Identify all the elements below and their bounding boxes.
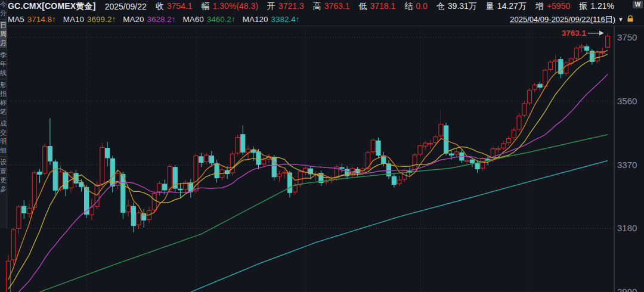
sidebar-item[interactable]: 周 <box>0 30 7 39</box>
stat-label: 结 <box>404 1 413 12</box>
svg-text:2990: 2990 <box>617 287 637 292</box>
ma-label: MA20 <box>123 15 144 24</box>
sidebar-item[interactable]: 笔 <box>0 107 7 116</box>
ma-item-MA120[interactable]: MA1203382.4↑ <box>243 15 300 24</box>
stat-label: 振 <box>579 1 587 12</box>
stat-label: 增 <box>535 1 544 12</box>
stat-label: 高 <box>313 1 321 12</box>
date-range-label[interactable]: 2025/04/09-2025/09/22(116日) <box>510 14 615 25</box>
sidebar-separator <box>0 117 7 118</box>
ma-label: MA120 <box>243 15 268 24</box>
ma-value: 3382.4↑ <box>271 15 300 24</box>
ma-label: MA60 <box>182 15 203 24</box>
stat-value: 0.0 <box>416 1 427 12</box>
stat-value: 14.27万 <box>497 1 527 12</box>
sidebar-item[interactable]: 多 <box>0 185 7 194</box>
lock-icon[interactable] <box>627 14 634 20</box>
stat-value: 3754.1 <box>167 1 193 12</box>
stat-label: 幅 <box>202 1 210 12</box>
sidebar-separator <box>0 49 7 49</box>
stat-value: 1.21% <box>590 1 614 12</box>
watermark-w: W <box>633 1 643 8</box>
ma-item-MA20[interactable]: MA203628.2↑ <box>123 15 175 24</box>
sidebar-item[interactable]: 线 <box>0 69 7 77</box>
ma-label: MA5 <box>8 15 24 24</box>
stat-value: 1.30%(48.3) <box>213 1 258 12</box>
ma-item-MA60[interactable]: MA603460.2↑ <box>182 15 235 24</box>
chevron-down-icon[interactable]: ▼ <box>618 17 624 23</box>
stat-仓: 仓39.31万 <box>436 1 477 12</box>
sidebar-item[interactable]: 形 <box>0 80 7 89</box>
sidebar-item[interactable]: 日 <box>0 21 7 30</box>
sidebar-item[interactable]: 成 <box>0 119 7 128</box>
sidebar-item[interactable]: 置 <box>0 167 7 176</box>
header-separator <box>0 26 644 26</box>
stat-label: 量 <box>486 1 494 12</box>
sidebar-separator <box>0 79 7 79</box>
ma-value: 3460.2↑ <box>207 15 236 24</box>
stat-结: 结0.0 <box>404 1 427 12</box>
date-range-control[interactable]: 2025/04/09-2025/09/22(116日) ▼ <box>510 14 624 25</box>
ma-label: MA10 <box>63 15 84 24</box>
sidebar-item[interactable]: 标 <box>0 98 7 107</box>
sidebar-separator <box>0 19 7 20</box>
sidebar-item[interactable]: 月 <box>0 39 7 48</box>
stat-开: 开3721.3 <box>267 1 304 12</box>
sidebar-item[interactable]: 季 <box>0 51 7 60</box>
svg-text:3750: 3750 <box>617 32 637 42</box>
stat-label: 开 <box>267 1 275 12</box>
stat-振: 振1.21% <box>579 1 614 12</box>
ma-indicator-bar: MA53714.8↑MA103699.2↑MA203628.2↑MA603460… <box>8 13 307 26</box>
sidebar-item[interactable]: 设 <box>0 158 7 167</box>
sidebar-item[interactable]: 年 <box>0 60 7 69</box>
sidebar-separator <box>0 156 7 157</box>
quote-header: GC.CMX[COMEX黄金] 2025/09/22 收3754.1幅1.30%… <box>8 0 623 13</box>
stat-value: +5950 <box>547 1 570 12</box>
svg-text:3180: 3180 <box>617 223 637 233</box>
left-toolbar: 今分日周月季年线形指标笔成交明细设置更多 <box>0 0 7 228</box>
sidebar-item[interactable]: 交 <box>0 128 7 137</box>
ma-values: MA53714.8↑MA103699.2↑MA203628.2↑MA603460… <box>8 15 307 24</box>
stat-label: 仓 <box>436 1 445 12</box>
sidebar-item[interactable]: 分 <box>0 9 7 18</box>
stat-高: 高3763.1 <box>313 1 350 12</box>
ma-value: 3628.2↑ <box>147 15 175 24</box>
quote-date: 2025/09/22 <box>105 2 147 11</box>
stat-value: 39.31万 <box>448 1 477 12</box>
ma-item-MA5[interactable]: MA53714.8↑ <box>8 15 56 24</box>
sidebar-item[interactable]: 明 <box>0 137 7 146</box>
stat-量: 量14.27万 <box>486 1 527 12</box>
svg-text:3560: 3560 <box>617 96 637 106</box>
sidebar-item[interactable]: 指 <box>0 89 7 98</box>
candlestick-chart[interactable]: 375035603370318029903763.1 <box>0 0 644 292</box>
trading-app-window: 375035603370318029903763.1 GC.CMX[COMEX黄… <box>0 0 644 292</box>
stat-value: 3763.1 <box>324 1 350 12</box>
ma-value: 3714.8↑ <box>27 15 56 24</box>
svg-text:3763.1: 3763.1 <box>562 29 587 38</box>
stat-幅: 幅1.30%(48.3) <box>202 1 258 12</box>
ma-value: 3699.2↑ <box>87 15 116 24</box>
svg-text:3370: 3370 <box>617 160 637 170</box>
stat-label: 低 <box>359 1 367 12</box>
sidebar-item[interactable]: 更 <box>0 176 7 185</box>
stat-value: 3718.1 <box>370 1 396 12</box>
stat-增: 增+5950 <box>535 1 570 12</box>
sidebar-item[interactable]: 细 <box>0 146 7 155</box>
symbol-title[interactable]: GC.CMX[COMEX黄金] <box>8 1 96 12</box>
ma-item-MA10[interactable]: MA103699.2↑ <box>63 15 116 24</box>
stat-label: 收 <box>156 1 164 12</box>
quote-stats: 收3754.1幅1.30%(48.3)开3721.3高3763.1低3718.1… <box>156 1 623 12</box>
sidebar-item[interactable]: 今 <box>0 0 7 9</box>
stat-低: 低3718.1 <box>359 1 396 12</box>
stat-value: 3721.3 <box>278 1 304 12</box>
stat-收: 收3754.1 <box>156 1 193 12</box>
